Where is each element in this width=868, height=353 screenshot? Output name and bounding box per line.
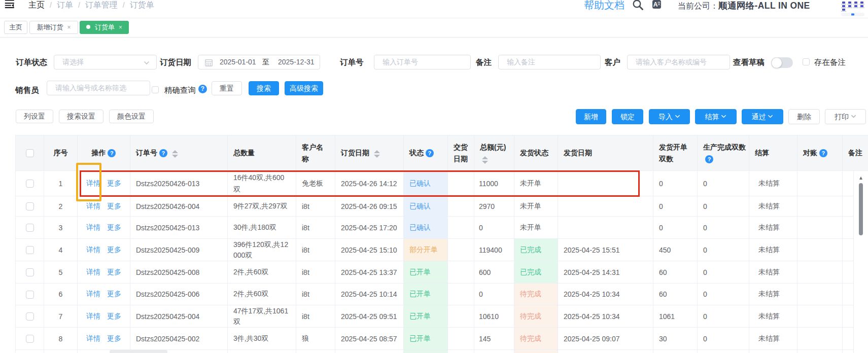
svg-text:A: A (653, 1, 658, 8)
